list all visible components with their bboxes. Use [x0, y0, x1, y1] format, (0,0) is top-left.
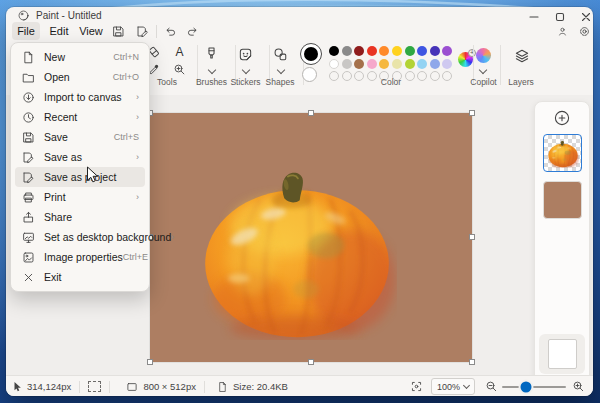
palette-empty-slot[interactable] [430, 71, 440, 81]
palette-swatch[interactable] [342, 46, 352, 56]
zoom-in-icon[interactable] [572, 380, 585, 393]
menu-file[interactable]: File [12, 22, 40, 40]
file-menu-item-save-as-project[interactable]: Save as project [15, 167, 145, 187]
palette-empty-slot[interactable] [417, 71, 427, 81]
palette-swatch[interactable] [430, 46, 440, 56]
drawing-canvas[interactable] [150, 113, 472, 362]
import-icon [21, 90, 35, 104]
redo-button[interactable] [184, 23, 200, 39]
minimize-button[interactable] [521, 7, 547, 26]
zoom-slider-thumb[interactable] [519, 379, 534, 394]
palette-swatch[interactable] [342, 59, 352, 69]
menu-item-label: Save as [44, 151, 82, 163]
palette-swatch[interactable] [392, 46, 402, 56]
palette-swatch[interactable] [417, 46, 427, 56]
canvas-handle-bottom-right[interactable] [469, 359, 475, 365]
palette-empty-slot[interactable] [442, 71, 452, 81]
clock-icon [21, 110, 35, 124]
file-menu-item-save[interactable]: Save Ctrl+S [15, 127, 145, 147]
file-menu-item-save-as[interactable]: Save as › [15, 147, 145, 167]
edit-color-button[interactable]: + [458, 52, 473, 67]
palette-empty-slot[interactable] [354, 71, 364, 81]
background-layer-preview [548, 339, 577, 369]
canvas-handle-right[interactable] [469, 234, 475, 240]
add-layer-button[interactable] [554, 110, 570, 126]
zoom-out-icon[interactable] [485, 380, 498, 393]
stickers-button[interactable] [237, 46, 254, 63]
file-menu-item-open[interactable]: Open Ctrl+O [15, 67, 145, 87]
palette-swatch[interactable] [367, 59, 377, 69]
stickers-chevron-icon[interactable] [242, 66, 250, 74]
palette-swatch[interactable] [329, 59, 339, 69]
text-tool[interactable]: A [172, 44, 187, 59]
menu-edit[interactable]: Edit [44, 22, 74, 40]
undo-button[interactable] [162, 23, 178, 39]
layer-thumbnail-background[interactable] [543, 181, 582, 219]
status-bar: 314,124px 800 × 512px Size: 20.4KB [6, 375, 593, 396]
canvas-handle-bottom[interactable] [308, 359, 314, 365]
menu-view[interactable]: View [76, 22, 106, 40]
secondary-color-swatch[interactable] [302, 67, 317, 82]
canvas-handle-top[interactable] [308, 110, 314, 116]
share-icon [21, 210, 35, 224]
file-menu-item-share[interactable]: Share [15, 207, 145, 227]
file-menu-item-print[interactable]: Print › [15, 187, 145, 207]
layers-panel [534, 101, 590, 383]
canvas-handle-top-right[interactable] [469, 110, 475, 116]
titlebar[interactable]: Paint - Untitled [6, 7, 593, 22]
copilot-chevron-icon[interactable] [479, 66, 487, 74]
paint-window: Paint - Untitled File Edit View [6, 7, 593, 396]
palette-swatch[interactable] [379, 59, 389, 69]
file-menu-item-recent[interactable]: Recent › [15, 107, 145, 127]
layer-thumbnail-pumpkin[interactable] [543, 134, 582, 172]
background-layer-tile[interactable] [539, 334, 585, 374]
cursor-position-value: 314,124px [27, 381, 71, 392]
file-size-icon [217, 381, 228, 393]
zoom-slider[interactable] [502, 386, 566, 388]
image-properties-icon [21, 250, 35, 264]
layers-group-label: Layers [502, 77, 540, 87]
file-menu-item-image-properties[interactable]: Image properties Ctrl+E [15, 247, 145, 267]
copilot-button[interactable] [475, 47, 491, 63]
brushes-button[interactable] [203, 45, 220, 65]
file-menu-item-set-as-desktop-background[interactable]: Set as desktop background › [15, 227, 145, 247]
settings-gear-icon[interactable] [576, 23, 592, 39]
palette-swatch[interactable] [417, 59, 427, 69]
file-menu-item-exit[interactable]: Exit [15, 267, 145, 287]
zoom-level-dropdown[interactable]: 100% [431, 378, 475, 395]
save-as-quick-button[interactable] [134, 23, 150, 39]
palette-swatch[interactable] [442, 46, 452, 56]
canvas-handle-bottom-left[interactable] [147, 359, 153, 365]
palette-empty-slot[interactable] [329, 71, 339, 81]
shapes-button[interactable] [272, 46, 289, 63]
palette-swatch[interactable] [392, 59, 402, 69]
palette-empty-slot[interactable] [342, 71, 352, 81]
tools-group-label: Tools [144, 77, 190, 87]
magnifier-tool[interactable] [172, 62, 187, 77]
submenu-arrow-icon: › [136, 112, 139, 122]
palette-swatch[interactable] [354, 59, 364, 69]
palette-swatch[interactable] [354, 46, 364, 56]
shapes-chevron-icon[interactable] [277, 66, 285, 74]
feedback-icon[interactable] [554, 23, 570, 39]
submenu-arrow-icon: › [136, 92, 139, 102]
canvas-size-icon [126, 381, 138, 393]
text-tool-icon: A [175, 45, 183, 59]
status-separator [79, 381, 80, 393]
palette-swatch[interactable] [405, 46, 415, 56]
file-menu-item-import-to-canvas[interactable]: Import to canvas › [15, 87, 145, 107]
layers-button[interactable] [513, 47, 530, 64]
palette-swatch[interactable] [430, 59, 440, 69]
menu-item-meta: Ctrl+S [114, 132, 139, 142]
primary-color-swatch[interactable] [300, 43, 322, 65]
palette-swatch[interactable] [367, 46, 377, 56]
palette-swatch[interactable] [442, 59, 452, 69]
file-menu-item-new[interactable]: New Ctrl+N [15, 47, 145, 67]
zoom-to-fit-icon[interactable] [410, 380, 423, 393]
save-quick-button[interactable] [110, 23, 126, 39]
palette-swatch[interactable] [405, 59, 415, 69]
brushes-chevron-icon[interactable] [208, 66, 216, 74]
palette-swatch[interactable] [329, 46, 339, 56]
palette-swatch[interactable] [379, 46, 389, 56]
file-menu: New Ctrl+N Open Ctrl+O Import to canvas … [10, 42, 150, 292]
